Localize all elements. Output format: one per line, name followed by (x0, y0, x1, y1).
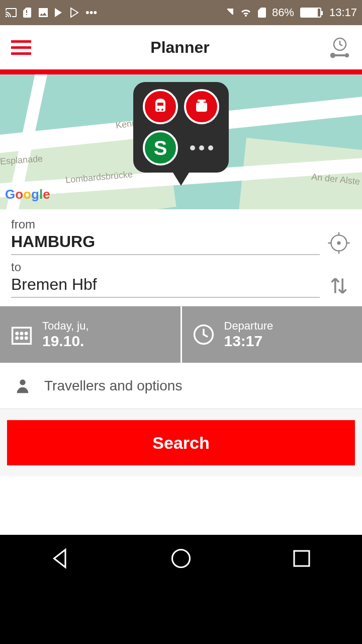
to-field[interactable]: to Bremen Hbf (11, 260, 320, 298)
battery-percent: 86% (272, 6, 294, 19)
svg-point-1 (331, 53, 335, 57)
to-label: to (11, 260, 320, 274)
from-value: HAMBURG (11, 232, 320, 251)
play-store-icon (53, 7, 65, 19)
svg-point-2 (345, 54, 348, 57)
tram-icon[interactable] (184, 89, 219, 124)
search-button[interactable]: Search (7, 420, 355, 465)
svg-point-13 (20, 379, 25, 385)
more-icon: ••• (85, 6, 97, 19)
swap-button[interactable] (327, 274, 351, 298)
sd-warning-icon (21, 7, 33, 19)
time-picker[interactable]: Departure 13:17 (182, 306, 363, 363)
train-ice-icon[interactable] (143, 89, 178, 124)
svg-point-7 (21, 333, 22, 334)
sim-icon (256, 7, 268, 19)
from-label: from (11, 217, 320, 231)
play-store-outline-icon (69, 7, 81, 19)
station-popup: S (133, 82, 229, 173)
svg-point-4 (338, 242, 340, 245)
map-preview[interactable]: Kenne Lombardsbrücke Esplanade An der Al… (0, 74, 362, 209)
home-button[interactable] (168, 546, 194, 571)
travellers-options[interactable]: Travellers and options (0, 363, 362, 409)
clock-icon (192, 323, 215, 346)
journey-form: from HAMBURG to Bremen Hbf (0, 209, 362, 306)
image-icon (37, 7, 49, 19)
clock-text: 13:17 (329, 6, 357, 19)
svg-point-8 (25, 333, 27, 334)
android-navbar (0, 535, 362, 582)
google-logo: Google (5, 187, 50, 202)
menu-button[interactable] (11, 40, 31, 55)
person-icon (14, 377, 31, 394)
accent-strip (0, 69, 362, 74)
statusbar: ••• 86% 13:17 (0, 0, 362, 25)
app-header: Planner (0, 25, 362, 69)
page-title: Planner (150, 38, 209, 57)
from-field[interactable]: from HAMBURG (11, 217, 320, 255)
spacer (0, 476, 362, 535)
cast-icon (5, 7, 17, 19)
date-value: 19.10. (42, 333, 89, 350)
options-label: Travellers and options (44, 378, 182, 394)
svg-rect-15 (294, 551, 309, 566)
to-value: Bremen Hbf (11, 275, 320, 294)
sbahn-icon[interactable]: S (143, 130, 178, 166)
wifi-icon (240, 7, 252, 19)
svg-point-10 (21, 337, 22, 339)
locate-button[interactable] (327, 231, 351, 255)
datetime-bar: Today, ju, 19.10. Departure 13:17 (0, 306, 362, 363)
time-label: Departure (224, 319, 274, 333)
svg-point-14 (172, 550, 190, 568)
date-label: Today, ju, (42, 319, 89, 333)
realtime-icon[interactable] (329, 36, 351, 58)
date-picker[interactable]: Today, ju, 19.10. (0, 306, 182, 363)
svg-point-11 (25, 337, 27, 339)
recent-button[interactable] (289, 546, 314, 571)
time-value: 13:17 (224, 333, 274, 350)
calendar-icon (10, 323, 33, 346)
vibrate-icon (224, 7, 236, 19)
battery-icon (300, 8, 321, 18)
svg-point-9 (16, 337, 18, 339)
svg-rect-5 (13, 328, 31, 344)
svg-point-6 (16, 333, 18, 334)
back-button[interactable] (48, 546, 73, 571)
more-transport-icon[interactable] (184, 130, 219, 166)
